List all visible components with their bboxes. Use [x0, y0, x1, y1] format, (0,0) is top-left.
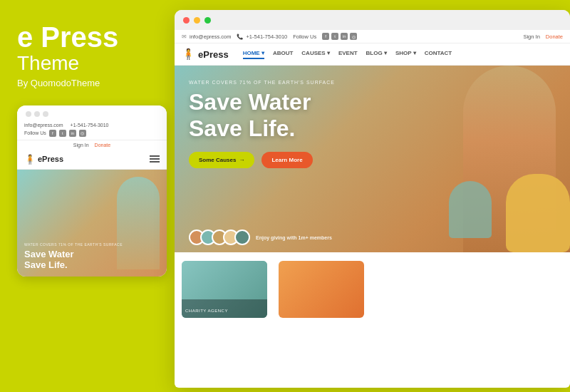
mobile-hero-subtitle: WATER COVERS 71% OF THE EARTH'S SURFACE	[24, 242, 123, 247]
mobile-auth-row: Sign In Donate	[17, 140, 167, 150]
charity-card-2	[279, 261, 364, 318]
charity-label: CHARITY AGENCY	[185, 309, 228, 313]
mobile-hero: WATER COVERS 71% OF THE EARTH'S SURFACE …	[17, 170, 167, 277]
title-bold: e Press	[17, 21, 160, 53]
desktop-instagram-icon[interactable]: ◎	[350, 33, 357, 40]
phone-icon: 📞	[237, 33, 243, 40]
desktop-follow-us: Follow Us	[293, 33, 316, 40]
titlebar-dot-green	[204, 17, 211, 24]
mobile-logo: 🧍 ePress	[24, 154, 63, 165]
hamburger-line-2	[150, 158, 160, 160]
desktop-nav: 🧍 ePress HOME ▾ ABOUT CAUSES ▾ EVENT BLO…	[175, 43, 570, 66]
nav-item-home[interactable]: HOME ▾	[243, 50, 264, 59]
left-panel: e Press Theme By QuomodoTheme info@epres…	[0, 0, 177, 392]
hero-subtitle: WATER COVERS 71% OF THE EARTH'S SURFACE	[189, 80, 335, 85]
mobile-dot-3	[43, 111, 48, 117]
mobile-mockup: info@epress.com +1-541-754-3010 Follow U…	[17, 105, 167, 277]
desktop-linkedin-icon[interactable]: in	[341, 33, 348, 40]
hero-content: WATER COVERS 71% OF THE EARTH'S SURFACE …	[189, 80, 335, 168]
left-title: e Press Theme	[17, 21, 160, 75]
desktop-email-item: ✉ info@epress.com	[182, 33, 231, 40]
charity-card-overlay: CHARITY AGENCY	[182, 299, 267, 318]
mobile-dot-2	[34, 111, 40, 117]
hero-second-figure	[449, 181, 492, 238]
hamburger-line-3	[150, 161, 160, 163]
left-by: By QuomodoTheme	[17, 78, 160, 88]
nav-item-event[interactable]: EVENT	[338, 50, 358, 59]
mobile-instagram-icon: ◎	[79, 130, 86, 137]
desktop-social-icons: f t in ◎	[322, 33, 357, 40]
desktop-phone-item: 📞 +1-541-754-3010	[237, 33, 287, 40]
hero-members-text: Enjoy giving with 1m+ members	[256, 235, 332, 240]
mobile-donate[interactable]: Donate	[95, 143, 111, 148]
mobile-logo-icon: 🧍	[24, 154, 36, 165]
mobile-hero-title-line1: Save Water	[24, 249, 74, 259]
nav-item-about[interactable]: ABOUT	[273, 50, 293, 59]
mobile-linkedin-icon: in	[69, 130, 76, 137]
mobile-nav-bar: 🧍 ePress	[17, 150, 167, 170]
learn-more-button[interactable]: Learn More	[261, 152, 312, 168]
avatar-group	[189, 229, 250, 245]
some-causes-button[interactable]: Some Causes →	[189, 152, 254, 168]
hero-title: Save Water Save Life.	[189, 89, 335, 142]
mobile-hero-title-line2: Save Life.	[24, 259, 68, 270]
hero-buttons: Some Causes → Learn More	[189, 152, 335, 168]
desktop-below-hero: CHARITY AGENCY	[175, 252, 570, 324]
titlebar-dot-yellow	[194, 17, 200, 24]
title-theme: Theme	[17, 53, 160, 75]
desktop-twitter-icon[interactable]: t	[331, 33, 338, 40]
nav-item-shop[interactable]: SHOP ▾	[395, 50, 416, 59]
desktop-top-info-bar: ✉ info@epress.com 📞 +1-541-754-3010 Foll…	[175, 30, 570, 43]
charity-card-bg: CHARITY AGENCY	[182, 261, 267, 318]
desktop-mockup: ✉ info@epress.com 📞 +1-541-754-3010 Foll…	[175, 10, 570, 388]
desktop-sign-in[interactable]: Sign In	[523, 33, 539, 40]
mobile-top-bar	[17, 105, 167, 120]
hero-container-silhouette	[506, 174, 570, 252]
desktop-title-bar	[175, 10, 570, 30]
avatar-5	[234, 229, 250, 245]
mobile-twitter-icon: t	[59, 130, 66, 137]
titlebar-dot-red	[183, 17, 190, 24]
hero-title-line2: Save Life.	[189, 115, 295, 141]
nav-item-contact[interactable]: CONTACT	[425, 50, 452, 59]
desktop-logo-text: ePress	[198, 49, 229, 60]
mobile-phone: +1-541-754-3010	[71, 123, 109, 128]
hero-title-line1: Save Water	[189, 89, 311, 115]
causes-button-label: Some Causes	[199, 157, 236, 163]
mobile-header-info: info@epress.com +1-541-754-3010 Follow U…	[17, 120, 167, 140]
desktop-phone: +1-541-754-3010	[246, 33, 287, 40]
hero-person-area	[370, 66, 570, 252]
mobile-sign-in[interactable]: Sign In	[73, 143, 89, 148]
mobile-hero-title: Save Water Save Life.	[24, 249, 123, 271]
nav-item-blog[interactable]: BLOG ▾	[366, 50, 387, 59]
desktop-facebook-icon[interactable]: f	[322, 33, 329, 40]
nav-item-causes[interactable]: CAUSES ▾	[301, 50, 330, 59]
hamburger-line-1	[150, 155, 160, 157]
hamburger-menu[interactable]	[150, 155, 160, 163]
hero-background: WATER COVERS 71% OF THE EARTH'S SURFACE …	[175, 66, 570, 252]
desktop-auth-right: Sign In Donate	[523, 33, 563, 40]
hero-bottom-members: Enjoy giving with 1m+ members	[189, 229, 332, 245]
charity-card-1: CHARITY AGENCY	[182, 261, 267, 318]
desktop-logo: 🧍 ePress	[182, 48, 229, 61]
mobile-facebook-icon: f	[49, 130, 56, 137]
desktop-followus-item: Follow Us	[293, 33, 316, 40]
mobile-email: info@epress.com	[24, 123, 63, 128]
desktop-donate[interactable]: Donate	[546, 33, 563, 40]
desktop-nav-items: HOME ▾ ABOUT CAUSES ▾ EVENT BLOG ▾ SHOP …	[243, 50, 452, 59]
mobile-logo-text: ePress	[38, 155, 63, 163]
desktop-email: info@epress.com	[190, 33, 231, 40]
desktop-hero: WATER COVERS 71% OF THE EARTH'S SURFACE …	[175, 66, 570, 252]
mobile-hero-overlay: WATER COVERS 71% OF THE EARTH'S SURFACE …	[17, 237, 130, 277]
desktop-logo-icon: 🧍	[182, 48, 195, 61]
mobile-dot-1	[26, 111, 31, 117]
arrow-right-icon: →	[239, 157, 244, 163]
mobile-follow-us: Follow Us	[24, 130, 46, 135]
email-icon: ✉	[182, 33, 187, 40]
learn-more-label: Learn More	[271, 157, 302, 163]
